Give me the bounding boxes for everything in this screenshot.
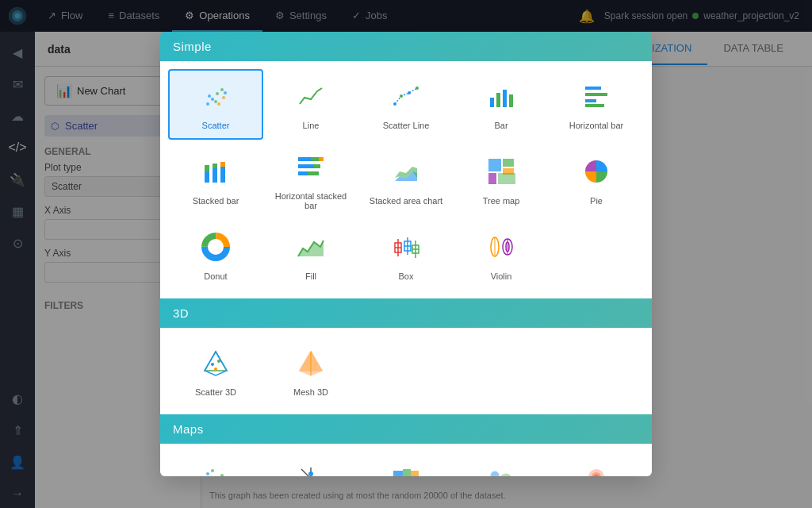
chart-option-horizontal-bar[interactable]: Horizontal bar <box>549 69 644 140</box>
chart-option-plot-map[interactable]: Plot map <box>168 452 263 476</box>
svg-rect-27 <box>213 164 217 168</box>
svg-point-69 <box>206 472 209 475</box>
svg-rect-35 <box>298 171 308 175</box>
chart-option-bar[interactable]: Bar <box>454 69 549 140</box>
chart-option-box[interactable]: Box <box>358 220 454 291</box>
chart-option-scatter3d[interactable]: Scatter 3D <box>168 336 263 406</box>
chart-option-scatter[interactable]: Scatter <box>168 69 263 140</box>
box-chart-icon <box>392 233 420 265</box>
svg-point-11 <box>224 91 227 94</box>
svg-rect-19 <box>509 94 513 107</box>
svg-marker-62 <box>205 352 227 375</box>
chart-option-h-stacked-bar[interactable]: Horizontal stacked bar <box>263 140 358 220</box>
svg-rect-40 <box>488 173 496 184</box>
line-map-chart-icon <box>297 464 325 476</box>
bubble-map-chart-icon <box>487 464 515 476</box>
svg-rect-25 <box>205 165 209 171</box>
svg-rect-41 <box>498 173 515 184</box>
chart-type-modal: Simple Scat <box>160 32 652 476</box>
svg-rect-18 <box>503 90 507 107</box>
svg-rect-32 <box>319 157 324 161</box>
chart-option-stacked-bar[interactable]: Stacked bar <box>168 140 263 220</box>
scatter3d-chart-icon <box>201 348 230 381</box>
svg-rect-23 <box>585 104 604 107</box>
chart-option-pie[interactable]: Pie <box>549 140 644 220</box>
chart-option-bubble-map[interactable]: Bubble map <box>454 452 549 476</box>
svg-rect-36 <box>308 171 319 175</box>
svg-point-87 <box>491 471 499 476</box>
chart-option-mesh3d[interactable]: Mesh 3D <box>263 336 358 406</box>
chart-option-treemap[interactable]: Tree map <box>454 140 549 220</box>
svg-point-3 <box>206 102 209 106</box>
threeD-section-header: 3D <box>160 298 652 328</box>
svg-rect-31 <box>311 157 319 161</box>
svg-point-10 <box>217 102 220 106</box>
svg-rect-16 <box>490 98 494 107</box>
svg-rect-82 <box>393 471 403 476</box>
line-chart-icon <box>297 82 325 114</box>
chart-option-scatter-line[interactable]: Scatter Line <box>358 69 454 140</box>
maps-section-header: Maps <box>160 414 652 444</box>
donut-chart-icon <box>201 233 230 265</box>
svg-rect-83 <box>403 469 411 476</box>
chart-option-line[interactable]: Line <box>263 69 358 140</box>
svg-rect-22 <box>585 99 596 102</box>
treemap-chart-icon <box>487 157 515 190</box>
svg-point-4 <box>211 98 214 101</box>
svg-point-5 <box>208 94 211 98</box>
chart-option-violin[interactable]: Violin <box>454 220 549 291</box>
svg-point-71 <box>211 469 214 472</box>
threeD-charts-grid: Scatter 3D Mesh 3D <box>160 328 652 414</box>
svg-rect-28 <box>220 167 225 183</box>
svg-point-88 <box>500 474 512 476</box>
heatmap-chart-icon <box>582 464 611 476</box>
stacked-bar-chart-icon <box>201 157 230 190</box>
stacked-area-chart-icon <box>392 157 420 190</box>
svg-point-46 <box>209 241 222 253</box>
scatter-chart-icon <box>201 82 230 114</box>
scatter-line-chart-icon <box>392 82 420 114</box>
simple-charts-grid: Scatter Line <box>160 61 652 298</box>
svg-rect-30 <box>298 157 311 161</box>
svg-point-15 <box>416 87 419 90</box>
svg-point-72 <box>220 474 224 476</box>
maps-charts-grid: Plot map Line map <box>160 444 652 476</box>
svg-rect-24 <box>205 171 209 183</box>
svg-rect-84 <box>411 471 419 476</box>
svg-point-12 <box>393 102 396 106</box>
svg-rect-34 <box>314 164 320 168</box>
svg-point-7 <box>214 100 217 103</box>
modal-overlay[interactable]: Simple Scat <box>0 0 812 508</box>
svg-rect-17 <box>496 93 500 107</box>
svg-rect-37 <box>488 159 501 171</box>
svg-point-6 <box>216 92 219 95</box>
chart-option-heatmap[interactable]: Heatmap <box>549 452 644 476</box>
horizontal-bar-chart-icon <box>582 82 611 114</box>
svg-rect-33 <box>298 164 314 168</box>
svg-point-79 <box>308 471 313 476</box>
choropleth-chart-icon <box>392 464 420 476</box>
violin-chart-icon <box>487 233 515 265</box>
chart-option-choropleth[interactable]: Choropleth <box>358 452 454 476</box>
bar-chart-icon <box>487 82 515 114</box>
h-stacked-bar-chart-icon <box>297 152 325 185</box>
chart-option-stacked-area[interactable]: Stacked area chart <box>358 140 454 220</box>
svg-rect-29 <box>220 162 225 167</box>
svg-point-14 <box>408 91 411 94</box>
svg-point-8 <box>220 88 224 91</box>
svg-rect-38 <box>503 159 514 167</box>
plot-map-chart-icon <box>201 464 230 476</box>
svg-rect-26 <box>213 168 217 183</box>
simple-section-header: Simple <box>160 32 652 61</box>
svg-rect-21 <box>585 93 607 96</box>
chart-option-donut[interactable]: Donut <box>168 220 263 291</box>
svg-point-13 <box>400 94 403 98</box>
chart-option-line-map[interactable]: Line map <box>263 452 358 476</box>
fill-chart-icon <box>297 233 325 265</box>
svg-point-65 <box>214 368 217 371</box>
svg-point-64 <box>217 360 220 363</box>
chart-option-fill[interactable]: Fill <box>263 220 358 291</box>
mesh3d-chart-icon <box>297 348 325 381</box>
svg-point-9 <box>222 96 225 99</box>
pie-chart-icon <box>582 157 611 190</box>
